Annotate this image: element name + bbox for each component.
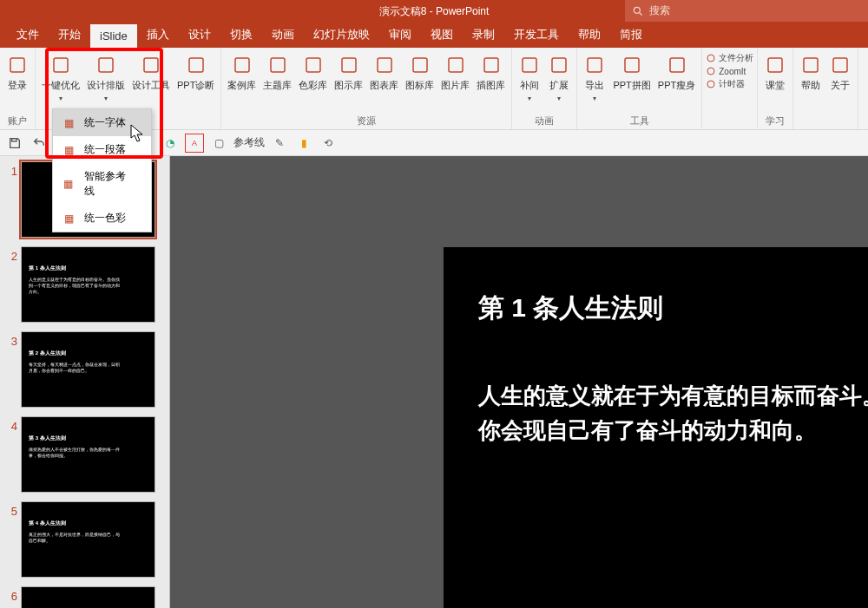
svg-rect-18 — [625, 58, 639, 72]
ppt-merge-button[interactable]: PPT拼图 — [610, 52, 653, 93]
ppt-diag-icon — [185, 54, 207, 76]
tab-动画[interactable]: 动画 — [262, 22, 304, 48]
qa-icon-5[interactable]: ▢ — [209, 134, 228, 153]
svg-rect-9 — [306, 58, 320, 72]
tab-开始[interactable]: 开始 — [49, 22, 90, 48]
tab-审阅[interactable]: 审阅 — [379, 22, 421, 48]
group-label: 工具 — [581, 113, 698, 127]
slide-thumbnail-3[interactable]: 第 2 条人生法则每天坚持，每天精进一点点，你就会发现，日积月累，你会看到不一样… — [21, 331, 155, 408]
slide-thumbnail-4[interactable]: 第 3 条人生法则保持热爱的人不会被生活打败，你热爱的每一件事，都会给你回报。 — [21, 416, 155, 493]
extanim-button[interactable]: 扩展▾ — [545, 52, 573, 104]
current-slide[interactable]: 第 1 条人生法则 人生的意义就在于为有意的目标而奋斗。当你找到一个有意义的目标… — [444, 247, 868, 608]
thumb-row: 4第 3 条人生法则保持热爱的人不会被生活打败，你热爱的每一件事，都会给你回报。 — [3, 416, 166, 493]
onekey-button[interactable]: 一键优化▾ — [39, 52, 82, 104]
thumb-row: 6 — [3, 586, 166, 608]
qa-link-icon[interactable]: ⟲ — [319, 134, 338, 153]
search-box[interactable]: 搜索 — [625, 0, 868, 22]
tab-设计[interactable]: 设计 — [179, 22, 220, 48]
icon-button[interactable]: 图标库 — [403, 52, 437, 93]
qa-icon-4[interactable]: A — [185, 134, 204, 153]
layout-button[interactable]: 设计排版▾ — [84, 52, 128, 104]
diagram-button[interactable]: 图示库 — [332, 52, 365, 93]
qa-picker-icon[interactable]: ▮ — [294, 134, 313, 153]
menu-item-smart-guide[interactable]: ▦智能参考线 — [53, 163, 151, 205]
theme-button[interactable]: 主题库 — [260, 52, 294, 93]
export-button[interactable]: 导出▾ — [581, 52, 608, 104]
timer[interactable]: 计时器 — [706, 78, 753, 90]
tab-切换[interactable]: 切换 — [220, 22, 262, 48]
chart-button[interactable]: 图表库 — [367, 52, 401, 93]
svg-rect-23 — [768, 58, 782, 72]
unify-para-icon: ▦ — [62, 143, 76, 157]
ribbon-tabs: 文件开始iSlide插入设计切换动画幻灯片放映审阅视图录制开发工具帮助简报 — [0, 22, 868, 48]
slide-number: 3 — [3, 331, 17, 348]
menu-item-unify-color[interactable]: ▦统一色彩 — [53, 205, 151, 232]
tween-icon — [518, 54, 541, 76]
svg-rect-8 — [271, 58, 285, 72]
login-icon — [6, 54, 29, 76]
thumb-row: 2第 1 条人生法则人生的意义就在于为有意的目标而奋斗。当你找到一个有意义的目标… — [3, 246, 166, 323]
design-tool-button[interactable]: 设计工具 — [129, 52, 173, 93]
group-label: 动画 — [516, 113, 573, 127]
unify-color-icon: ▦ — [62, 212, 76, 226]
svg-point-20 — [707, 55, 714, 62]
svg-rect-15 — [523, 58, 536, 72]
tab-简报[interactable]: 简报 — [610, 22, 652, 48]
illust-button[interactable]: 插图库 — [474, 52, 508, 93]
undo-icon[interactable] — [30, 134, 49, 153]
slide-body: 人生的意义就在于为有意的目标而奋斗。当你找到一个有意义的目标，你会现自己有了奋斗… — [478, 378, 868, 448]
save-icon[interactable] — [5, 134, 24, 153]
slide-number: 5 — [3, 501, 17, 518]
tab-iSlide[interactable]: iSlide — [90, 24, 137, 48]
about-button[interactable]: 关于 — [826, 52, 854, 93]
svg-rect-17 — [588, 58, 602, 72]
slide-thumbnail-2[interactable]: 第 1 条人生法则人生的意义就在于为有意的目标而奋斗。当你找到一个有意义的目标，… — [21, 246, 155, 323]
class-button[interactable]: 课堂 — [761, 52, 789, 93]
tab-录制[interactable]: 录制 — [463, 22, 504, 48]
zoomit[interactable]: ZoomIt — [706, 66, 753, 76]
ppt-slim-button[interactable]: PPT瘦身 — [655, 52, 698, 93]
svg-line-1 — [640, 12, 642, 15]
tab-开发工具[interactable]: 开发工具 — [504, 22, 569, 48]
case-button[interactable]: 案例库 — [225, 52, 259, 93]
slide-canvas[interactable]: 第 1 条人生法则 人生的意义就在于为有意的目标而奋斗。当你找到一个有意义的目标… — [169, 156, 868, 608]
qa-pen-icon[interactable]: ✎ — [270, 134, 289, 153]
group-label: 学习 — [761, 113, 789, 127]
tab-插入[interactable]: 插入 — [137, 22, 179, 48]
tab-文件[interactable]: 文件 — [7, 22, 49, 48]
login-button[interactable]: 登录 — [3, 52, 31, 93]
group-label — [706, 126, 753, 127]
svg-rect-4 — [99, 58, 113, 72]
mouse-cursor — [130, 124, 146, 143]
tab-幻灯片放映[interactable]: 幻灯片放映 — [304, 22, 379, 48]
tab-帮助[interactable]: 帮助 — [569, 22, 610, 48]
image-button[interactable]: 图片库 — [438, 52, 472, 93]
svg-rect-16 — [552, 58, 566, 72]
slide-number: 4 — [3, 416, 17, 433]
export-icon — [583, 54, 606, 76]
chevron-down-icon: ▾ — [528, 95, 531, 102]
group-label: 资源 — [225, 113, 508, 127]
class-icon — [764, 54, 786, 76]
slide-thumbnail-6[interactable] — [21, 586, 155, 608]
slide-thumbnail-5[interactable]: 第 4 条人生法则真正的强大，不是对抗世界，而是接纳自己，与自己和解。 — [21, 501, 155, 578]
svg-rect-5 — [144, 58, 158, 72]
ppt-slim-icon — [666, 54, 688, 76]
ppt-diag-button[interactable]: PPT诊断 — [174, 52, 217, 93]
chevron-down-icon: ▾ — [557, 95, 561, 102]
titlebar: 演示文稿8 - PowerPoint 搜索 — [0, 0, 868, 22]
case-icon — [231, 54, 253, 76]
tab-视图[interactable]: 视图 — [421, 22, 463, 48]
color-button[interactable]: 色彩库 — [296, 52, 330, 93]
svg-point-22 — [707, 81, 714, 88]
qa-shape-icon[interactable]: ◔ — [161, 134, 180, 153]
image-icon — [444, 54, 467, 76]
diagram-icon — [338, 54, 360, 76]
ribbon-group-资源: 案例库主题库色彩库图示库图表库图标库图片库插图库资源 — [221, 48, 512, 129]
chevron-down-icon: ▾ — [59, 95, 62, 102]
smart-guide-icon: ▦ — [62, 177, 76, 191]
help-button[interactable]: 帮助 — [797, 52, 825, 93]
group-label: 账户 — [3, 113, 31, 127]
fileana[interactable]: 文件分析 — [706, 52, 753, 64]
tween-button[interactable]: 补间▾ — [516, 52, 543, 104]
